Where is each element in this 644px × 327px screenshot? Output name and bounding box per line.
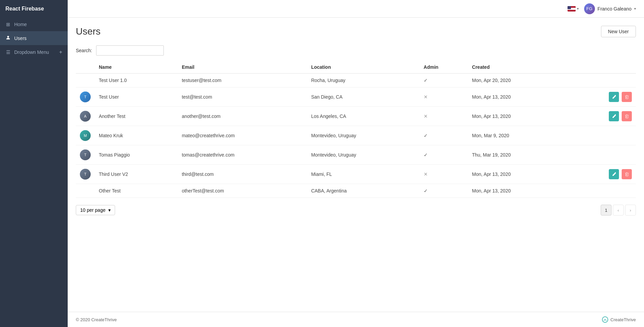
avatar-cell: T — [76, 165, 95, 184]
col-avatar — [76, 61, 95, 74]
delete-user-button[interactable] — [622, 92, 632, 102]
edit-user-button[interactable] — [609, 111, 619, 121]
delete-user-button[interactable] — [622, 169, 632, 179]
copyright-text: © 2020 CreateThrive — [76, 317, 117, 322]
user-name-cell: Test User 1.0 — [95, 74, 178, 87]
add-menu-icon[interactable]: + — [59, 49, 62, 55]
avatar-cell: T — [76, 145, 95, 165]
user-email-cell: otherTest@test.com — [178, 184, 307, 198]
language-selector[interactable]: ▾ — [568, 6, 579, 12]
table-header-row: Name Email Location Admin Created — [76, 61, 636, 74]
cross-icon: ✕ — [424, 114, 428, 119]
user-actions-cell — [567, 87, 636, 107]
user-actions-cell — [567, 107, 636, 126]
avatar-cell: T — [76, 87, 95, 107]
table-row: TThird User V2third@test.comMiami, FL✕Mo… — [76, 165, 636, 184]
footer-brand: CreateThrive — [602, 316, 636, 323]
user-admin-cell: ✓ — [420, 126, 468, 145]
user-name-label: Franco Galeano — [598, 6, 631, 12]
user-name-cell: Mateo Kruk — [95, 126, 178, 145]
user-created-cell: Mon, Apr 13, 2020 — [468, 107, 567, 126]
table-row: TTomas Piaggiotomas@createthrive.comMont… — [76, 145, 636, 165]
sidebar-item-users[interactable]: Users — [0, 31, 68, 45]
table-row: TTest Usertest@test.comSan Diego, CA✕Mon… — [76, 87, 636, 107]
avatar: FG — [584, 3, 595, 14]
search-input[interactable] — [96, 45, 164, 56]
user-email-cell: testuser@test.com — [178, 74, 307, 87]
navbar-right: ▾ FG Franco Galeano ▾ — [568, 3, 636, 14]
user-admin-cell: ✕ — [420, 165, 468, 184]
check-icon: ✓ — [424, 152, 428, 158]
search-label: Search: — [76, 48, 92, 53]
delete-user-button[interactable] — [622, 111, 632, 121]
cross-icon: ✕ — [424, 94, 428, 100]
page-number-1[interactable]: 1 — [601, 205, 612, 216]
user-actions-cell — [567, 74, 636, 87]
user-admin-cell: ✕ — [420, 87, 468, 107]
avatar-cell: A — [76, 107, 95, 126]
users-table: Name Email Location Admin Created Test U… — [76, 61, 636, 198]
user-created-cell: Mon, Apr 13, 2020 — [468, 165, 567, 184]
user-admin-cell: ✓ — [420, 74, 468, 87]
users-icon — [5, 35, 11, 41]
user-location-cell: San Diego, CA — [307, 87, 419, 107]
col-name: Name — [95, 61, 178, 74]
lang-chevron-icon: ▾ — [577, 7, 579, 11]
user-created-cell: Mon, Apr 20, 2020 — [468, 74, 567, 87]
next-page-button[interactable]: › — [625, 205, 636, 216]
user-actions-cell — [567, 184, 636, 198]
user-location-cell: Montevideo, Uruguay — [307, 126, 419, 145]
user-admin-cell: ✓ — [420, 145, 468, 165]
col-email: Email — [178, 61, 307, 74]
table-row: AAnother Testanother@test.comLos Angeles… — [76, 107, 636, 126]
sidebar-item-dropdown[interactable]: ☰ Dropdown Menu + — [0, 45, 68, 59]
check-icon: ✓ — [424, 188, 428, 193]
user-actions-cell — [567, 145, 636, 165]
sidebar-header: React Firebase — [0, 0, 68, 18]
user-actions-cell — [567, 165, 636, 184]
user-email-cell: test@test.com — [178, 87, 307, 107]
user-created-cell: Mon, Apr 13, 2020 — [468, 184, 567, 198]
user-name-cell: Tomas Piaggio — [95, 145, 178, 165]
avatar: M — [80, 130, 91, 141]
col-actions — [567, 61, 636, 74]
per-page-selector[interactable]: 10 per page ▾ — [76, 205, 115, 215]
home-icon: ⊞ — [5, 22, 11, 27]
user-profile-menu[interactable]: FG Franco Galeano ▾ — [584, 3, 636, 14]
table-footer: 10 per page ▾ 1 ‹ › — [76, 205, 636, 216]
user-chevron-icon: ▾ — [634, 7, 636, 11]
table-row: Test User 1.0testuser@test.comRocha, Uru… — [76, 74, 636, 87]
user-name-cell: Another Test — [95, 107, 178, 126]
sidebar-item-home[interactable]: ⊞ Home — [0, 18, 68, 31]
edit-user-button[interactable] — [609, 92, 619, 102]
page-title: Users — [76, 26, 101, 37]
avatar: T — [80, 91, 91, 102]
sidebar-item-users-label: Users — [14, 36, 27, 41]
menu-icon: ☰ — [5, 49, 11, 55]
user-admin-cell: ✕ — [420, 107, 468, 126]
flag-icon — [568, 6, 576, 12]
app-title: React Firebase — [5, 6, 44, 12]
sidebar-item-dropdown-label: Dropdown Menu — [14, 49, 49, 55]
avatar: T — [80, 169, 91, 180]
prev-page-button[interactable]: ‹ — [613, 205, 624, 216]
check-icon: ✓ — [424, 133, 428, 138]
table-row: MMateo Krukmateo@createthrive.comMontevi… — [76, 126, 636, 145]
user-created-cell: Thu, Mar 19, 2020 — [468, 145, 567, 165]
edit-user-button[interactable] — [609, 169, 619, 179]
user-location-cell: Montevideo, Uruguay — [307, 145, 419, 165]
avatar-cell — [76, 74, 95, 87]
page-footer: © 2020 CreateThrive CreateThrive — [68, 312, 644, 327]
user-email-cell: another@test.com — [178, 107, 307, 126]
check-icon: ✓ — [424, 78, 428, 83]
brand-icon — [602, 316, 608, 323]
avatar-cell — [76, 184, 95, 198]
new-user-button[interactable]: New User — [601, 26, 636, 37]
user-email-cell: third@test.com — [178, 165, 307, 184]
user-name-cell: Third User V2 — [95, 165, 178, 184]
user-actions-cell — [567, 126, 636, 145]
avatar: T — [80, 149, 91, 160]
col-location: Location — [307, 61, 419, 74]
user-location-cell: Rocha, Uruguay — [307, 74, 419, 87]
main-content: Users New User Search: Name Email Locati… — [68, 18, 644, 327]
